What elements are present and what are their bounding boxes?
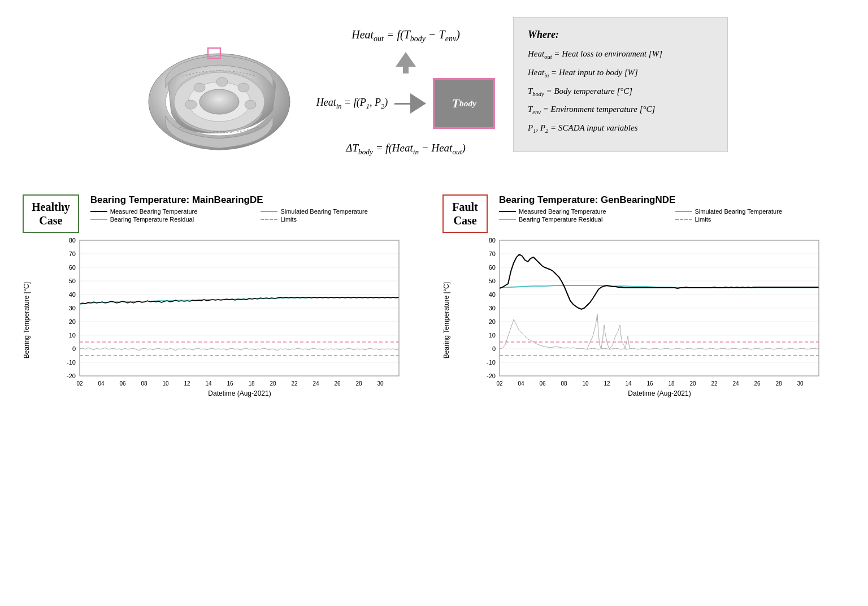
svg-text:40: 40 (69, 291, 76, 298)
svg-text:60: 60 (489, 264, 496, 271)
svg-text:60: 60 (69, 264, 76, 271)
svg-text:16: 16 (227, 380, 233, 387)
fault-case-label: FaultCase (442, 194, 488, 233)
svg-text:Datetime (Aug-2021): Datetime (Aug-2021) (628, 389, 691, 397)
svg-point-8 (245, 100, 256, 109)
healthy-chart-svg: 80 70 60 50 40 30 20 10 0 -10 -20 (33, 237, 426, 401)
fault-y-label-container: Bearing Temperature [°C] (442, 237, 450, 404)
healthy-chart-wrapper: Bearing Temperature [°C] (23, 237, 426, 404)
svg-text:0: 0 (492, 345, 496, 352)
healthy-case-label: HealthyCase (23, 194, 79, 233)
fault-chart-svg: 80 70 60 50 40 30 20 10 0 -10 -20 (453, 237, 845, 401)
bottom-section: HealthyCase Bearing Temperature: MainBea… (23, 194, 845, 404)
middle-row: Heatin = f(P1, P2) Tbody (316, 78, 496, 129)
svg-text:50: 50 (69, 278, 76, 284)
svg-text:20: 20 (270, 380, 276, 387)
svg-text:28: 28 (775, 380, 782, 387)
svg-text:24: 24 (313, 380, 319, 387)
svg-text:18: 18 (668, 380, 675, 387)
healthy-chart-panel: HealthyCase Bearing Temperature: MainBea… (23, 194, 426, 404)
legend-residual-healthy: Bearing Temperature Residual (90, 216, 255, 223)
legend-item-5: P1, P2 = SCADA input variables (528, 122, 713, 136)
legend-item-3: Tbody = Body temperature [°C] (528, 85, 713, 99)
equations-center: Heatout = f(Tbody − Tenv) Heatin = f(P1,… (298, 17, 513, 168)
t-body-box: Tbody (433, 78, 495, 129)
svg-point-7 (238, 83, 249, 92)
svg-text:70: 70 (69, 250, 76, 257)
svg-point-6 (216, 77, 228, 86)
bearing-image (140, 17, 298, 178)
svg-text:04: 04 (98, 380, 105, 387)
svg-text:22: 22 (291, 380, 298, 387)
svg-text:26: 26 (334, 380, 341, 387)
svg-point-4 (199, 89, 239, 114)
fault-y-axis-label: Bearing Temperature [°C] (442, 282, 450, 358)
fault-chart-title: Bearing Temperature: GenBearingNDE (499, 194, 845, 206)
legend-measured-fault: Measured Bearing Temperature (499, 208, 670, 215)
svg-text:12: 12 (184, 380, 190, 387)
healthy-chart-legend: Measured Bearing Temperature Simulated B… (90, 208, 426, 223)
healthy-chart-title-block: Bearing Temperature: MainBearingDE Measu… (90, 194, 426, 223)
svg-text:10: 10 (582, 380, 589, 387)
svg-text:40: 40 (489, 291, 496, 298)
fault-chart-wrapper: Bearing Temperature [°C] (442, 237, 845, 404)
svg-text:18: 18 (248, 380, 255, 387)
svg-text:80: 80 (69, 237, 76, 244)
healthy-y-axis-label: Bearing Temperature [°C] (23, 282, 31, 358)
healthy-chart-header: HealthyCase Bearing Temperature: MainBea… (23, 194, 426, 233)
svg-text:08: 08 (141, 380, 147, 387)
svg-text:80: 80 (489, 237, 496, 244)
svg-point-9 (185, 100, 197, 109)
page-container: Heatout = f(Tbody − Tenv) Heatin = f(P1,… (0, 0, 868, 606)
svg-text:24: 24 (732, 380, 739, 387)
svg-text:0: 0 (72, 345, 76, 352)
legend-item-2: Heatin = Heat input to body [W] (528, 66, 713, 80)
svg-text:30: 30 (377, 380, 384, 387)
svg-text:30: 30 (489, 305, 496, 311)
delta-t-equation: ΔTbody = f(Heatin − Heatout) (346, 142, 465, 157)
svg-text:10: 10 (162, 380, 169, 387)
svg-point-5 (194, 83, 205, 92)
svg-text:16: 16 (646, 380, 653, 387)
svg-text:-20: -20 (487, 373, 496, 379)
legend-measured-healthy: Measured Bearing Temperature (90, 208, 255, 215)
fault-chart-panel: FaultCase Bearing Temperature: GenBearin… (442, 194, 845, 404)
svg-text:20: 20 (689, 380, 696, 387)
svg-text:26: 26 (754, 380, 761, 387)
legend-simulated-fault: Simulated Bearing Temperature (675, 208, 846, 215)
svg-text:28: 28 (355, 380, 362, 387)
svg-text:30: 30 (797, 380, 804, 387)
svg-text:10: 10 (489, 332, 496, 339)
svg-text:10: 10 (69, 332, 76, 339)
where-label: Where: (528, 29, 713, 41)
svg-text:30: 30 (69, 305, 76, 311)
legend-simulated-healthy: Simulated Bearing Temperature (261, 208, 426, 215)
legend-item-1: Heatout = Heat loss to environment [W] (528, 47, 713, 62)
fault-chart-legend: Measured Bearing Temperature Simulated B… (499, 208, 845, 223)
legend-item-4: Tenv = Environment temperature [°C] (528, 103, 713, 117)
svg-text:14: 14 (205, 380, 212, 387)
fault-chart-area: 80 70 60 50 40 30 20 10 0 -10 -20 (453, 237, 845, 404)
legend-box: Where: Heatout = Heat loss to environmen… (513, 17, 728, 152)
legend-limits-fault: Limits (675, 216, 846, 223)
svg-text:20: 20 (69, 318, 76, 325)
svg-text:06: 06 (119, 380, 126, 387)
svg-text:-20: -20 (67, 373, 76, 379)
svg-text:02: 02 (496, 380, 503, 387)
svg-text:22: 22 (711, 380, 718, 387)
svg-text:Datetime (Aug-2021): Datetime (Aug-2021) (208, 389, 271, 397)
arrow-right-container (394, 93, 426, 114)
svg-text:20: 20 (489, 318, 496, 325)
svg-text:50: 50 (489, 278, 496, 284)
healthy-chart-area: 80 70 60 50 40 30 20 10 0 -10 -20 (33, 237, 426, 404)
legend-residual-fault: Bearing Temperature Residual (499, 216, 670, 223)
fault-chart-title-block: Bearing Temperature: GenBearingNDE Measu… (499, 194, 845, 223)
svg-text:06: 06 (539, 380, 546, 387)
svg-text:08: 08 (561, 380, 567, 387)
top-section: Heatout = f(Tbody − Tenv) Heatin = f(P1,… (23, 11, 845, 178)
svg-text:-10: -10 (67, 359, 76, 366)
svg-text:70: 70 (489, 250, 496, 257)
healthy-chart-title: Bearing Temperature: MainBearingDE (90, 194, 426, 206)
legend-limits-healthy: Limits (261, 216, 426, 223)
svg-text:12: 12 (604, 380, 610, 387)
